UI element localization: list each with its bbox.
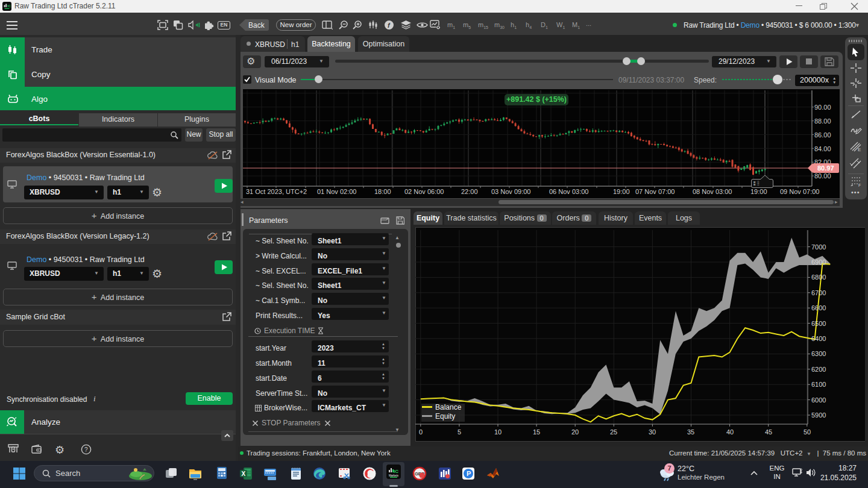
svg-text:Markets: Markets [389,474,399,477]
svg-text:?: ? [84,446,88,453]
svg-text:IC: IC [7,4,11,8]
svg-text:E: E [858,147,861,152]
svg-text:F: F [858,183,861,187]
svg-text:P: P [467,470,471,477]
svg-text:X: X [242,471,246,477]
